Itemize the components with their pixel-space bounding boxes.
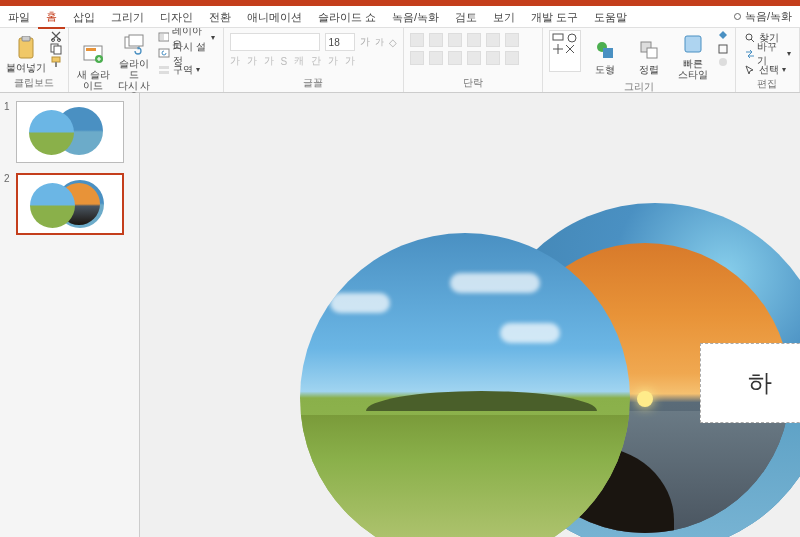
reset-icon [158, 48, 170, 60]
align-right-icon[interactable] [448, 51, 462, 65]
select-button[interactable]: 선택▾ [742, 62, 793, 77]
menu-bar: 파일 홈 삽입 그리기 디자인 전환 애니메이션 슬라이드 쇼 녹음/녹화 검토… [0, 6, 800, 28]
decrease-font-icon[interactable]: 가 [375, 36, 384, 49]
align-left-icon[interactable] [410, 51, 424, 65]
font-family-select[interactable] [230, 33, 320, 51]
align-center-icon[interactable] [429, 51, 443, 65]
spacing-button[interactable]: 간 [311, 54, 321, 68]
group-editing: 찾기 바꾸기▾ 선택▾ 편집 [736, 28, 800, 92]
line-spacing-icon[interactable] [486, 33, 500, 47]
italic-button[interactable]: 가 [247, 54, 257, 68]
shapes-gallery[interactable] [549, 30, 581, 72]
shape-effects-icon[interactable] [717, 56, 729, 68]
arrange-button[interactable]: 정렬 [629, 30, 669, 80]
svg-rect-5 [54, 46, 61, 54]
thumb-number: 1 [4, 101, 16, 163]
svg-point-26 [719, 58, 727, 66]
section-button[interactable]: 구역▾ [156, 62, 216, 77]
menu-design[interactable]: 디자인 [152, 6, 201, 28]
find-icon [744, 32, 756, 44]
columns-icon[interactable] [486, 51, 500, 65]
menu-draw[interactable]: 그리기 [103, 6, 152, 28]
numbering-icon[interactable] [429, 33, 443, 47]
menu-animations[interactable]: 애니메이션 [239, 6, 310, 28]
menu-record[interactable]: 녹음/녹화 [384, 6, 447, 28]
svg-rect-7 [55, 62, 57, 67]
group-slides: 새 슬라이드 슬라이드 다시 사용 레이아웃▾ 다시 설정 구역▾ 슬라이드 [69, 28, 224, 92]
record-label: 녹음/녹화 [745, 9, 792, 24]
menu-insert[interactable]: 삽입 [65, 6, 103, 28]
group-clipboard-label: 클립보드 [6, 76, 62, 90]
indent-inc-icon[interactable] [467, 33, 481, 47]
svg-rect-25 [719, 45, 727, 53]
quick-styles-button[interactable]: 빠른 스타일 [673, 30, 713, 80]
group-editing-label: 편집 [742, 77, 793, 91]
highlight-button[interactable]: 가 [328, 54, 338, 68]
menu-help[interactable]: 도움말 [586, 6, 635, 28]
align-justify-icon[interactable] [467, 51, 481, 65]
cut-icon[interactable] [50, 30, 62, 42]
reuse-slide-icon [123, 33, 145, 55]
thumb-number: 2 [4, 173, 16, 235]
slide-thumbnail-1[interactable] [16, 101, 124, 163]
shadow-button[interactable]: 캐 [294, 54, 304, 68]
slide-thumbnails-panel: 1 2 [0, 93, 140, 537]
increase-font-icon[interactable]: 가 [360, 35, 370, 49]
font-color-button[interactable]: 가 [345, 54, 355, 68]
menu-home[interactable]: 홈 [38, 5, 65, 29]
menu-review[interactable]: 검토 [447, 6, 485, 28]
section-icon [158, 64, 170, 76]
replace-button[interactable]: 바꾸기▾ [742, 46, 793, 61]
svg-point-19 [568, 34, 576, 42]
indent-dec-icon[interactable] [448, 33, 462, 47]
text-direction-icon[interactable] [505, 33, 519, 47]
record-icon [734, 13, 741, 20]
group-paragraph-label: 단락 [410, 76, 536, 90]
paste-icon [16, 36, 36, 60]
svg-rect-14 [160, 34, 164, 40]
record-toggle[interactable]: 녹음/녹화 [734, 9, 792, 24]
underline-button[interactable]: 가 [264, 54, 274, 68]
font-size-select[interactable] [325, 33, 355, 51]
slide-editor[interactable]: 하 [140, 93, 800, 537]
text-placeholder[interactable]: 하 [700, 343, 800, 423]
menu-slideshow[interactable]: 슬라이드 쇼 [310, 6, 384, 28]
arrange-icon [639, 40, 659, 60]
svg-rect-1 [22, 36, 30, 41]
new-slide-button[interactable]: 새 슬라이드 [75, 30, 112, 102]
svg-rect-12 [129, 35, 143, 46]
paste-button[interactable]: 붙여넣기 [6, 30, 46, 76]
menu-devtools[interactable]: 개발 도구 [523, 6, 586, 28]
svg-rect-18 [553, 34, 563, 40]
ribbon: 붙여넣기 클립보드 새 슬라이드 슬라이드 다시 사용 레이아웃▾ 다시 설정 [0, 28, 800, 93]
svg-point-2 [52, 39, 55, 42]
svg-rect-9 [86, 48, 96, 51]
shape-fill-icon[interactable] [717, 30, 729, 42]
copy-icon[interactable] [50, 43, 62, 55]
smartart-icon[interactable] [505, 51, 519, 65]
group-clipboard: 붙여넣기 클립보드 [0, 28, 69, 92]
strike-button[interactable]: S [281, 56, 288, 67]
reset-button[interactable]: 다시 설정 [156, 46, 216, 61]
svg-point-3 [58, 39, 61, 42]
clear-format-icon[interactable]: ◇ [389, 37, 397, 48]
bullets-icon[interactable] [410, 33, 424, 47]
group-drawing: 도형 정렬 빠른 스타일 그리기 [543, 28, 736, 92]
shapes-icon [595, 40, 615, 60]
format-painter-icon[interactable] [50, 56, 62, 68]
svg-rect-15 [159, 49, 169, 57]
group-font: 가 가 ◇ 가 가 가 S 캐 간 가 가 글꼴 [224, 28, 404, 92]
group-paragraph: 단락 [404, 28, 543, 92]
menu-view[interactable]: 보기 [485, 6, 523, 28]
reuse-slide-button[interactable]: 슬라이드 다시 사용 [116, 30, 153, 102]
layout-icon [158, 32, 169, 44]
bold-button[interactable]: 가 [230, 54, 240, 68]
shapes-button[interactable]: 도형 [585, 30, 625, 80]
svg-rect-17 [159, 71, 169, 74]
select-icon [744, 64, 756, 76]
svg-rect-16 [159, 66, 169, 69]
menu-file[interactable]: 파일 [0, 6, 38, 28]
menu-transitions[interactable]: 전환 [201, 6, 239, 28]
slide-thumbnail-2[interactable] [16, 173, 124, 235]
shape-outline-icon[interactable] [717, 43, 729, 55]
